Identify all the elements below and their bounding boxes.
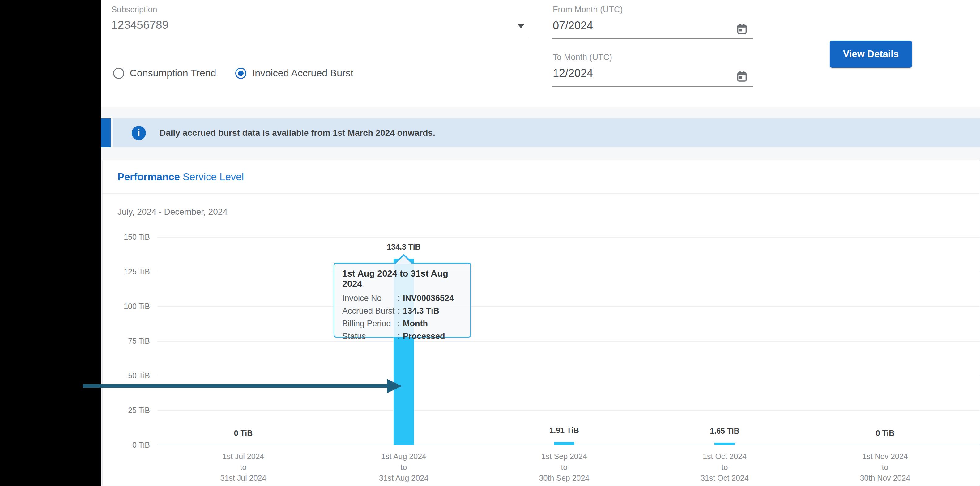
y-axis-tick-label: 0 TiB: [103, 441, 150, 449]
chart-card: Performance Service Level July, 2024 - D…: [102, 159, 980, 486]
banner-message: Daily accrued burst data is available fr…: [159, 128, 435, 138]
gridline: [158, 306, 980, 307]
bar-value-label: 0 TiB: [845, 429, 925, 438]
chevron-down-icon[interactable]: [517, 24, 524, 28]
radio-consumption-trend[interactable]: Consumption Trend: [113, 67, 216, 79]
subscription-select[interactable]: [111, 0, 527, 38]
chart-type-radio-group: Consumption TrendInvoiced Accrued Burst: [113, 67, 353, 79]
to-month-field[interactable]: [552, 48, 753, 87]
bar-value-label: 134.3 TiB: [364, 242, 444, 252]
radio-invoiced-accrued-burst[interactable]: Invoiced Accrued Burst: [235, 67, 353, 79]
info-icon: i: [132, 126, 146, 140]
bar-1st-sep-2024[interactable]: [554, 442, 574, 445]
chart-tooltip: 1st Aug 2024 to 31st Aug 2024 Invoice No…: [334, 263, 471, 338]
bar-value-label: 1.91 TiB: [524, 426, 605, 435]
banner-accent-bar: [101, 118, 111, 147]
tooltip-row: Accrued Burst:134.3 TiB: [342, 305, 470, 317]
from-month-field[interactable]: [552, 0, 753, 39]
calendar-icon[interactable]: [736, 22, 748, 35]
y-axis-tick-label: 100 TiB: [103, 302, 150, 311]
filter-panel: Subscription 123456789 Consumption Trend…: [101, 0, 980, 107]
tooltip-row: Invoice No:INV00036524: [342, 292, 470, 305]
radio-label: Consumption Trend: [130, 67, 216, 79]
gridline: [158, 376, 980, 376]
gridline: [158, 410, 980, 411]
y-axis-tick-label: 125 TiB: [103, 267, 150, 276]
x-axis-tick-label: 1st Sep 2024to30th Sep 2024: [499, 451, 629, 483]
y-axis-tick-label: 25 TiB: [103, 406, 150, 415]
bar-1st-oct-2024[interactable]: [714, 443, 735, 445]
radio-circle-icon[interactable]: [235, 68, 247, 79]
gridline: [158, 237, 980, 237]
x-axis-tick-label: 1st Jul 2024to31st Jul 2024: [178, 451, 308, 483]
view-details-button[interactable]: View Details: [830, 40, 912, 68]
left-black-margin: [0, 0, 101, 486]
annotation-arrow-line: [83, 384, 388, 388]
y-axis-tick-label: 75 TiB: [103, 336, 150, 346]
tooltip-caret-icon: [396, 256, 412, 264]
y-axis-tick-label: 150 TiB: [103, 233, 150, 242]
gridline: [158, 341, 980, 341]
tooltip-row: Status:Processed: [342, 330, 470, 343]
calendar-icon[interactable]: [736, 70, 748, 83]
tooltip-row: Billing Period:Month: [342, 317, 470, 330]
bar-value-label: 1.65 TiB: [684, 427, 765, 436]
tooltip-title: 1st Aug 2024 to 31st Aug 2024: [342, 269, 470, 289]
info-banner: i Daily accrued burst data is available …: [113, 118, 980, 147]
gridline: [158, 272, 980, 272]
bar-value-label: 0 TiB: [203, 429, 283, 438]
y-axis-tick-label: 50 TiB: [103, 371, 150, 380]
radio-circle-icon[interactable]: [113, 68, 124, 79]
bar-chart: 1st Aug 2024 to 31st Aug 2024 Invoice No…: [103, 160, 980, 486]
radio-label: Invoiced Accrued Burst: [252, 67, 353, 79]
x-axis-tick-label: 1st Aug 2024to31st Aug 2024: [339, 451, 469, 483]
x-axis-tick-label: 1st Oct 2024to31st Oct 2024: [660, 451, 789, 483]
annotation-arrow-head-icon: [387, 379, 402, 393]
x-axis-tick-label: 1st Nov 2024to30th Nov 2024: [820, 451, 950, 483]
